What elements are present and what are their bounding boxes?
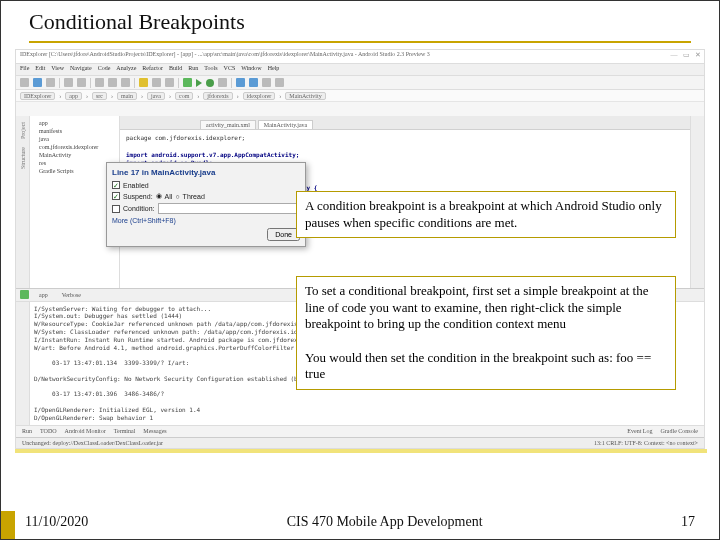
menu-navigate[interactable]: Navigate (70, 65, 92, 74)
log-line: 03-17 13:47:01.134 3399-3399/? I/art: (34, 359, 189, 366)
breakpoint-dialog[interactable]: Line 17 in MainActivity.java Enabled Sus… (106, 162, 306, 247)
log-line: I/System.out: Debugger has settled (1444… (34, 312, 182, 319)
settings-icon[interactable] (262, 78, 271, 87)
crumb[interactable]: main (117, 92, 137, 100)
log-line: 03-17 13:47:01.396 3486-3486/? (34, 390, 164, 397)
condition-input[interactable] (158, 203, 300, 214)
undo-icon[interactable] (64, 78, 73, 87)
suspend-all-radio[interactable]: ◉ (156, 192, 162, 200)
menu-window[interactable]: Window (241, 65, 261, 74)
logcat-level-dropdown[interactable]: Verbose (58, 292, 85, 298)
breadcrumb: IDExplorer› app› src› main› java› com› j… (16, 90, 704, 102)
log-line: D/OpenGLRenderer: Swap behavior 1 (34, 414, 153, 421)
suspend-label: Suspend: (123, 193, 153, 200)
tab-gradle-console[interactable]: Gradle Console (661, 428, 699, 434)
forward-icon[interactable] (165, 78, 174, 87)
tree-node[interactable]: app (33, 119, 116, 127)
bottom-tabs: Run TODO Android Monitor Terminal Messag… (16, 425, 704, 438)
cut-icon[interactable] (95, 78, 104, 87)
enabled-checkbox[interactable] (112, 181, 120, 189)
menu-run[interactable]: Run (188, 65, 198, 74)
minimize-icon[interactable]: — (670, 51, 678, 59)
menu-build[interactable]: Build (169, 65, 182, 74)
copy-icon[interactable] (108, 78, 117, 87)
menu-code[interactable]: Code (98, 65, 111, 74)
save-icon[interactable] (33, 78, 42, 87)
log-line: I/SystemServer: Waiting for debugger to … (34, 305, 211, 312)
callout-text: You would then set the condition in the … (305, 350, 651, 382)
find-icon[interactable] (139, 78, 148, 87)
toolbar-sep (231, 78, 232, 88)
tab-messages[interactable]: Messages (143, 428, 166, 434)
suspend-all-label: All (165, 193, 173, 200)
rail-project[interactable]: Project (20, 122, 26, 139)
menu-help[interactable]: Help (268, 65, 280, 74)
paste-icon[interactable] (121, 78, 130, 87)
menu-edit[interactable]: Edit (35, 65, 45, 74)
tree-node[interactable]: manifests (33, 127, 116, 135)
tree-node[interactable]: com.jfdorexis.idexplorer (33, 143, 116, 151)
suspend-thread-label: Thread (183, 193, 205, 200)
slide-footer: 11/10/2020 CIS 470 Mobile App Developmen… (1, 505, 719, 539)
code-line: package com.jfdorexis.idexplorer; (126, 134, 245, 141)
callout-instructions: To set a conditional breakpoint, first s… (296, 276, 676, 390)
maximize-icon[interactable]: ▭ (682, 51, 690, 59)
tab-mainactivity[interactable]: MainActivity.java (258, 120, 313, 129)
crumb[interactable]: app (65, 92, 82, 100)
sync-icon[interactable] (46, 78, 55, 87)
run-icon[interactable] (196, 79, 202, 87)
suspend-checkbox[interactable] (112, 192, 120, 200)
menu-view[interactable]: View (51, 65, 64, 74)
help-icon[interactable] (275, 78, 284, 87)
open-icon[interactable] (20, 78, 29, 87)
debug-icon[interactable] (206, 79, 214, 87)
crumb[interactable]: src (92, 92, 107, 100)
menu-refactor[interactable]: Refactor (142, 65, 163, 74)
decorative-strip (15, 449, 707, 453)
status-bar: Unchanged: deploy://DexClassLoader/DexCl… (16, 437, 704, 448)
sdk-icon[interactable] (249, 78, 258, 87)
crumb[interactable]: MainActivity (285, 92, 325, 100)
menu-tools[interactable]: Tools (204, 65, 217, 74)
slide: Conditional Breakpoints IDExplorer [C:\U… (0, 0, 720, 540)
close-icon[interactable]: ✕ (694, 51, 702, 59)
make-icon[interactable] (183, 78, 192, 87)
footer-accent (1, 511, 15, 539)
tree-node[interactable]: java (33, 135, 116, 143)
tab-layout-xml[interactable]: activity_main.xml (200, 120, 256, 129)
crumb[interactable]: idexplorer (243, 92, 276, 100)
menu-vcs[interactable]: VCS (224, 65, 236, 74)
redo-icon[interactable] (77, 78, 86, 87)
crumb[interactable]: com (175, 92, 193, 100)
tree-node[interactable]: Gradle Scripts (33, 167, 116, 175)
menu-file[interactable]: File (20, 65, 29, 74)
crumb[interactable]: IDExplorer (20, 92, 55, 100)
tree-node[interactable]: MainActivity (33, 151, 116, 159)
rail-structure[interactable]: Structure (20, 147, 26, 169)
tab-android-monitor[interactable]: Android Monitor (65, 428, 106, 434)
footer-page: 17 (681, 514, 695, 530)
ide-toolbar (16, 76, 704, 90)
condition-label: Condition: (123, 205, 155, 212)
crumb[interactable]: jfdorexis (203, 92, 232, 100)
crumb[interactable]: java (147, 92, 165, 100)
condition-checkbox[interactable] (112, 205, 120, 213)
tab-run[interactable]: Run (22, 428, 32, 434)
tab-todo[interactable]: TODO (40, 428, 57, 434)
footer-date: 11/10/2020 (25, 514, 88, 530)
tree-node[interactable]: res (33, 159, 116, 167)
logcat-rail (16, 302, 30, 425)
ide-window-titlebar: IDExplorer [C:\Users\jfdore\AndroidStudi… (16, 50, 704, 64)
tab-terminal[interactable]: Terminal (114, 428, 136, 434)
more-link[interactable]: More (Ctrl+Shift+F8) (112, 217, 176, 224)
callout-text: To set a conditional breakpoint, first s… (305, 283, 649, 331)
ide-menubar: File Edit View Navigate Code Analyze Ref… (16, 64, 704, 76)
suspend-thread-radio[interactable]: ○ (175, 193, 179, 200)
tab-event-log[interactable]: Event Log (627, 428, 652, 434)
logcat-app-dropdown[interactable]: app (35, 292, 52, 298)
avd-icon[interactable] (236, 78, 245, 87)
stop-icon[interactable] (218, 78, 227, 87)
back-icon[interactable] (152, 78, 161, 87)
menu-analyze[interactable]: Analyze (116, 65, 136, 74)
log-line: I/OpenGLRenderer: Initialized EGL, versi… (34, 406, 200, 413)
